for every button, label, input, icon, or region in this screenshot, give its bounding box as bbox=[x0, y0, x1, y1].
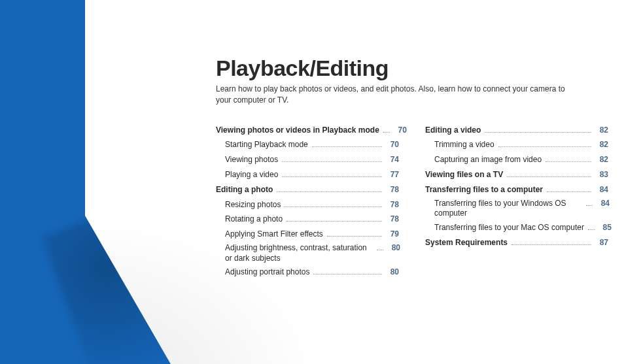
toc-page-number: 85 bbox=[597, 220, 612, 235]
toc-leader-dots bbox=[327, 236, 382, 237]
toc-section[interactable]: Transferring files to a computer84 bbox=[425, 182, 608, 197]
toc-leader-dots bbox=[498, 146, 591, 147]
toc-label: Rotating a photo bbox=[216, 212, 283, 227]
toc-page-number: 74 bbox=[385, 152, 399, 167]
toc-columns: Viewing photos or videos in Playback mod… bbox=[216, 123, 615, 280]
toc-label: Transferring files to a computer bbox=[425, 182, 543, 197]
toc-page-number: 87 bbox=[594, 235, 608, 250]
toc-leader-dots bbox=[313, 274, 382, 274]
toc-entry[interactable]: Playing a video77 bbox=[216, 167, 399, 182]
toc-leader-dots bbox=[282, 161, 382, 162]
toc-leader-dots bbox=[277, 191, 382, 192]
toc-page-number: 84 bbox=[594, 182, 608, 197]
toc-page-number: 77 bbox=[385, 167, 399, 182]
toc-page-number: 83 bbox=[594, 167, 608, 182]
toc-section[interactable]: Viewing files on a TV83 bbox=[425, 167, 608, 182]
document-page: Playback/Editing Learn how to play back … bbox=[85, 0, 624, 364]
toc-page-number: 78 bbox=[385, 197, 399, 212]
toc-label: System Requirements bbox=[425, 235, 508, 250]
toc-label: Editing a photo bbox=[216, 182, 273, 197]
toc-leader-dots bbox=[286, 221, 382, 222]
toc-label: Playing a video bbox=[216, 167, 278, 182]
toc-label: Viewing files on a TV bbox=[425, 167, 503, 182]
toc-page-number: 82 bbox=[594, 152, 608, 167]
toc-column-right: Editing a video82Trimming a video82Captu… bbox=[425, 123, 608, 280]
toc-entry[interactable]: Trimming a video82 bbox=[425, 137, 608, 152]
toc-entry[interactable]: Starting Playback mode70 bbox=[216, 137, 399, 152]
toc-label: Transferring files to your Windows OS co… bbox=[425, 199, 582, 219]
toc-label: Resizing photos bbox=[216, 197, 281, 212]
toc-label: Applying Smart Filter effects bbox=[216, 227, 323, 242]
toc-leader-dots bbox=[282, 176, 382, 177]
toc-entry[interactable]: Capturing an image from video82 bbox=[425, 152, 608, 167]
page-content: Playback/Editing Learn how to play back … bbox=[216, 56, 615, 280]
toc-entry[interactable]: Resizing photos78 bbox=[216, 197, 399, 212]
toc-label: Adjusting portrait photos bbox=[216, 265, 309, 280]
toc-leader-dots bbox=[312, 146, 382, 147]
toc-page-number: 70 bbox=[385, 137, 399, 152]
toc-leader-dots bbox=[586, 205, 593, 206]
toc-label: Trimming a video bbox=[425, 137, 494, 152]
toc-entry[interactable]: Transferring files to your Mac OS comput… bbox=[425, 220, 608, 235]
toc-leader-dots bbox=[546, 161, 591, 162]
toc-page-number: 80 bbox=[386, 243, 400, 254]
toc-page-number: 84 bbox=[595, 199, 610, 209]
toc-page-number: 82 bbox=[594, 137, 608, 152]
toc-section[interactable]: Editing a video82 bbox=[425, 123, 608, 138]
toc-leader-dots bbox=[485, 132, 591, 133]
toc-leader-dots bbox=[507, 176, 591, 177]
toc-page-number: 80 bbox=[385, 265, 399, 280]
toc-entry[interactable]: Adjusting brightness, contrast, saturati… bbox=[216, 243, 399, 263]
page-title: Playback/Editing bbox=[216, 56, 615, 81]
toc-column-left: Viewing photos or videos in Playback mod… bbox=[216, 123, 399, 280]
toc-page-number: 78 bbox=[385, 212, 399, 227]
toc-section[interactable]: Viewing photos or videos in Playback mod… bbox=[216, 123, 399, 138]
toc-entry[interactable]: Viewing photos74 bbox=[216, 152, 399, 167]
toc-leader-dots bbox=[588, 229, 595, 230]
toc-page-number: 79 bbox=[385, 227, 399, 242]
toc-leader-dots bbox=[511, 244, 591, 245]
toc-label: Editing a video bbox=[425, 123, 481, 138]
toc-leader-dots bbox=[285, 207, 382, 207]
page-subtitle: Learn how to play back photos or videos,… bbox=[216, 84, 582, 106]
toc-label: Transferring files to your Mac OS comput… bbox=[425, 220, 584, 235]
toc-page-number: 78 bbox=[385, 182, 399, 197]
toc-section[interactable]: Editing a photo78 bbox=[216, 182, 399, 197]
toc-leader-dots bbox=[377, 250, 383, 250]
toc-entry[interactable]: Transferring files to your Windows OS co… bbox=[425, 199, 608, 219]
toc-label: Adjusting brightness, contrast, saturati… bbox=[216, 243, 373, 263]
toc-page-number: 82 bbox=[594, 123, 608, 138]
toc-entry[interactable]: Applying Smart Filter effects79 bbox=[216, 227, 399, 242]
toc-entry[interactable]: Rotating a photo78 bbox=[216, 212, 399, 227]
toc-label: Viewing photos bbox=[216, 152, 278, 167]
toc-entry[interactable]: Adjusting portrait photos80 bbox=[216, 265, 399, 280]
toc-leader-dots bbox=[547, 191, 591, 192]
toc-label: Starting Playback mode bbox=[216, 137, 308, 152]
toc-section[interactable]: System Requirements87 bbox=[425, 235, 608, 250]
toc-label: Viewing photos or videos in Playback mod… bbox=[216, 123, 379, 138]
toc-leader-dots bbox=[383, 132, 390, 133]
toc-page-number: 70 bbox=[392, 123, 407, 138]
toc-label: Capturing an image from video bbox=[425, 152, 542, 167]
